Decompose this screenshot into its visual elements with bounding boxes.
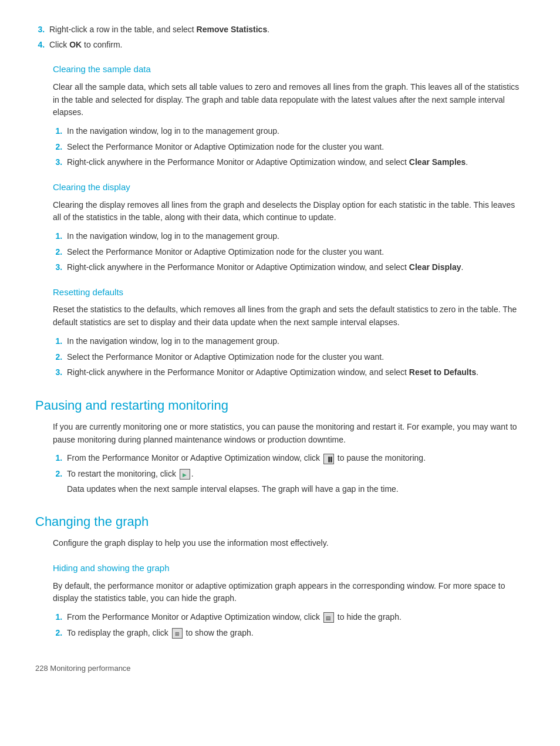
clearing-sample-data-para: Clear all the sample data, which sets al… [53,81,525,119]
show-graph-icon: ⊞ [172,628,183,639]
rd-step3-bold: Reset to Defaults [409,367,476,377]
item4-text: Click [49,40,69,49]
pausing-step1-start: From the Performance Monitor or Adaptive… [67,453,322,463]
footer-text: 228 Monitoring performance [35,664,131,673]
pausing-para: If you are currently monitoring one or m… [53,421,525,446]
csd-step3-start: Right-click anywhere in the Performance … [67,157,409,167]
item3-bold: Remove Statistics [197,25,268,34]
list-item-3: Right-click a row in the table, and sele… [47,23,525,36]
hiding-showing-heading: Hiding and showing the graph [53,562,525,575]
cd-step1: In the navigation window, log in to the … [65,230,525,243]
clearing-display-list: In the navigation window, log in to the … [65,230,525,274]
item4-bold: OK [69,40,82,49]
rd-step2: Select the Performance Monitor or Adapti… [65,351,525,364]
changing-graph-section: Changing the graph Configure the graph d… [35,512,525,639]
clearing-sample-data-section: Clearing the sample data Clear all the s… [35,63,525,169]
clearing-display-para: Clearing the display removes all lines f… [53,199,525,224]
cd-step3-start: Right-click anywhere in the Performance … [67,262,409,272]
cd-step3-bold: Clear Display [409,262,461,272]
changing-graph-heading: Changing the graph [35,512,525,531]
hs-step2-end: to show the graph. [184,628,254,637]
item4-end: to confirm. [82,40,122,49]
csd-step3-bold: Clear Samples [409,157,466,167]
hide-graph-icon: ▤ [323,612,334,623]
clearing-sample-data-list: In the navigation window, log in to the … [65,125,525,169]
item3-end: . [267,25,269,34]
resetting-defaults-heading: Resetting defaults [53,286,525,299]
hs-step2: To redisplay the graph, click ⊞ to show … [65,627,525,640]
pausing-step2-end: . [191,469,194,478]
play-icon [180,469,190,480]
csd-step2-text: Select the Performance Monitor or Adapti… [67,142,384,151]
hs-step1-start: From the Performance Monitor or Adaptive… [67,612,322,622]
clearing-display-section: Clearing the display Clearing the displa… [35,181,525,274]
resetting-defaults-para: Reset the statistics to the defaults, wh… [53,303,525,329]
pausing-step1-end: to pause the monitoring. [335,453,426,463]
csd-step2: Select the Performance Monitor or Adapti… [65,141,525,154]
pausing-section: Pausing and restarting monitoring If you… [35,396,525,495]
hs-step2-start: To redisplay the graph, click [67,628,171,637]
pausing-list: From the Performance Monitor or Adaptive… [65,452,525,495]
rd-step1: In the navigation window, log in to the … [65,335,525,348]
hiding-showing-para: By default, the performance monitor or a… [53,580,525,605]
pausing-step1: From the Performance Monitor or Adaptive… [65,452,525,465]
hiding-showing-section: Hiding and showing the graph By default,… [35,562,525,639]
rd-step1-text: In the navigation window, log in to the … [67,336,279,346]
pausing-step2-start: To restart the monitoring, click [67,469,178,478]
cd-step2-text: Select the Performance Monitor or Adapti… [67,247,384,256]
cd-step2: Select the Performance Monitor or Adapti… [65,246,525,259]
csd-step1-text: In the navigation window, log in to the … [67,126,279,136]
pausing-note: Data updates when the next sample interv… [67,483,399,496]
pausing-step2: To restart the monitoring, click . Data … [65,468,525,495]
pause-icon [323,454,334,464]
hs-step1: From the Performance Monitor or Adaptive… [65,611,525,624]
item3-text: Right-click a row in the table, and sele… [49,25,197,34]
csd-step3: Right-click anywhere in the Performance … [65,156,525,169]
hiding-showing-list: From the Performance Monitor or Adaptive… [65,611,525,639]
cd-step1-text: In the navigation window, log in to the … [67,231,279,241]
cd-step3-end: . [461,262,464,272]
footer: 228 Monitoring performance [35,663,525,674]
clearing-display-heading: Clearing the display [53,181,525,194]
resetting-defaults-section: Resetting defaults Reset the statistics … [35,286,525,379]
top-list: Right-click a row in the table, and sele… [47,23,525,51]
csd-step3-end: . [465,157,468,167]
resetting-defaults-list: In the navigation window, log in to the … [65,335,525,379]
hs-step1-end: to hide the graph. [335,612,402,622]
rd-step2-text: Select the Performance Monitor or Adapti… [67,352,384,362]
cd-step3: Right-click anywhere in the Performance … [65,261,525,274]
rd-step3: Right-click anywhere in the Performance … [65,366,525,379]
rd-step3-end: . [476,367,478,377]
changing-graph-para: Configure the graph display to help you … [53,537,525,550]
pausing-heading: Pausing and restarting monitoring [35,396,525,415]
list-item-4: Click OK to confirm. [47,39,525,52]
clearing-sample-data-heading: Clearing the sample data [53,63,525,76]
csd-step1: In the navigation window, log in to the … [65,125,525,138]
rd-step3-start: Right-click anywhere in the Performance … [67,367,409,377]
